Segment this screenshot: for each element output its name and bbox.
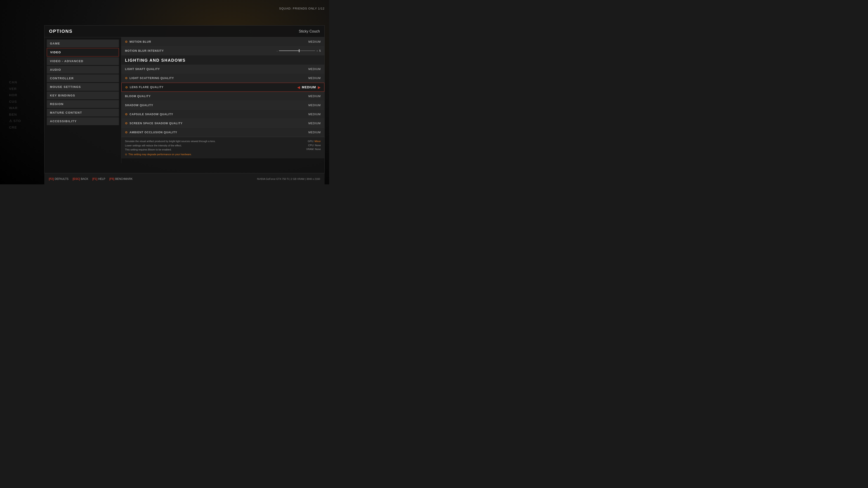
slider-plus: +	[316, 50, 318, 52]
ambient-occlusion-quality-label: AMBIENT OCCLUSION QUALITY	[129, 131, 177, 134]
light-shaft-quality-label: LIGHT SHAFT QUALITY	[125, 68, 160, 71]
slider-value: 5	[319, 49, 321, 53]
panel-header: OPTIONS Sticky Couch	[44, 26, 324, 37]
cpu-row: CPU: None	[306, 143, 321, 148]
setting-bloom-quality[interactable]: BLOOM QUALITY MEDIUM	[121, 92, 324, 101]
info-icon-light-scattering: ⊙	[125, 76, 128, 80]
motion-blur-value: MEDIUM	[308, 40, 321, 43]
slider-track[interactable]	[279, 51, 315, 51]
light-scattering-quality-value: MEDIUM	[308, 76, 321, 80]
screen-space-shadow-quality-label: SCREEN SPACE SHADOW QUALITY	[129, 122, 183, 125]
capsule-shadow-quality-value: MEDIUM	[308, 113, 321, 116]
warning-icon: ⊙	[125, 153, 127, 156]
gpu-label: GPU:	[308, 140, 315, 142]
sidebar: GAME VIDEO VIDEO - ADVANCED AUDIO CONTRO…	[44, 37, 121, 163]
sidebar-item-controller[interactable]: CONTROLLER	[47, 74, 119, 82]
setting-capsule-shadow-quality[interactable]: ⊙ CAPSULE SHADOW QUALITY MEDIUM	[121, 110, 324, 119]
info-icon-screen-space-shadow: ⊙	[125, 122, 128, 125]
motion-blur-intensity-label: MOTION BLUR INTENSITY	[125, 49, 164, 53]
key-benchmark-label: BENCHMARK	[115, 177, 133, 181]
info-icon-lens-flare: ⊙	[125, 86, 128, 89]
key-help[interactable]: [F1] HELP	[92, 177, 105, 181]
lens-flare-arrow-right[interactable]: ▶	[318, 85, 320, 90]
sidebar-item-game[interactable]: GAME	[47, 39, 119, 47]
key-f5: [F5]	[110, 177, 114, 181]
vram-row: VRAM: None	[306, 147, 321, 151]
motion-blur-label: MOTION BLUR	[129, 40, 151, 43]
key-back-label: BACK	[81, 177, 88, 181]
bottom-bar: [F2] DEFAULTS [ESC] BACK [F1] HELP [F5] …	[44, 173, 324, 184]
key-back[interactable]: [ESC] BACK	[72, 177, 88, 181]
slider-thumb	[299, 49, 300, 52]
desc-line-2: Lower settings will reduce the intensity…	[125, 144, 321, 148]
key-f2: [F2]	[49, 177, 54, 181]
key-help-label: HELP	[98, 177, 105, 181]
sidebar-item-mouse-settings[interactable]: MOUSE SETTINGS	[47, 83, 119, 91]
background-text: CAN VER HOR CUS WAR BEN ⚠ STO CRE	[9, 79, 21, 131]
sidebar-item-key-bindings[interactable]: KEY BINDINGS	[47, 92, 119, 99]
key-esc: [ESC]	[72, 177, 80, 181]
key-bindings: [F2] DEFAULTS [ESC] BACK [F1] HELP [F5] …	[49, 177, 133, 181]
lens-flare-arrow-left[interactable]: ◀	[297, 85, 300, 90]
vram-label: VRAM:	[306, 148, 315, 151]
gpu-row: GPU: Minor	[306, 139, 321, 143]
lens-flare-quality-value: MEDIUM	[302, 86, 316, 89]
bloom-quality-label: BLOOM QUALITY	[125, 95, 151, 98]
info-icon-motion-blur: ⊙	[125, 40, 128, 43]
setting-light-scattering-quality[interactable]: ⊙ LIGHT SCATTERING QUALITY MEDIUM	[121, 74, 324, 83]
setting-motion-blur-intensity[interactable]: MOTION BLUR INTENSITY - + 5	[121, 46, 324, 55]
lens-flare-value-control[interactable]: ◀ MEDIUM ▶	[297, 85, 320, 90]
slider-container[interactable]: - + 5	[277, 49, 321, 53]
panel-body: GAME VIDEO VIDEO - ADVANCED AUDIO CONTRO…	[44, 37, 324, 163]
setting-screen-space-shadow-quality[interactable]: ⊙ SCREEN SPACE SHADOW QUALITY MEDIUM	[121, 119, 324, 128]
key-defaults[interactable]: [F2] DEFAULTS	[49, 177, 68, 181]
slider-fill	[279, 51, 299, 51]
setting-motion-blur[interactable]: ⊙ MOTION BLUR MEDIUM	[121, 37, 324, 46]
sidebar-item-video-advanced[interactable]: VIDEO - ADVANCED	[47, 57, 119, 65]
shadow-quality-label: SHADOW QUALITY	[125, 104, 153, 107]
key-defaults-label: DEFAULTS	[55, 177, 68, 181]
panel-subtitle: Sticky Couch	[299, 29, 320, 33]
info-icon-capsule-shadow: ⊙	[125, 112, 128, 116]
key-benchmark[interactable]: [F5] BENCHMARK	[110, 177, 133, 181]
setting-light-shaft-quality[interactable]: LIGHT SHAFT QUALITY MEDIUM	[121, 65, 324, 74]
shadow-quality-value: MEDIUM	[308, 104, 321, 107]
ambient-occlusion-quality-value: MEDIUM	[308, 131, 321, 134]
setting-shadow-quality[interactable]: SHADOW QUALITY MEDIUM	[121, 101, 324, 110]
squad-info: SQUAD: FRIENDS ONLY 1/12	[279, 7, 324, 10]
gpu-info: GPU: Minor CPU: None VRAM: None	[306, 139, 321, 151]
light-scattering-quality-label: LIGHT SCATTERING QUALITY	[129, 76, 174, 80]
sys-info: NVIDIA GeForce GTX 750 Ti | 2 GB VRAM | …	[257, 177, 320, 180]
sidebar-item-region[interactable]: REGION	[47, 100, 119, 108]
vram-value: None	[315, 148, 321, 151]
desc-line-3: This setting requires Bloom to be enable…	[125, 148, 321, 152]
lens-flare-quality-label: LENS FLARE QUALITY	[130, 86, 163, 89]
key-f1: [F1]	[92, 177, 97, 181]
content-area[interactable]: ⊙ MOTION BLUR MEDIUM MOTION BLUR INTENSI…	[121, 37, 324, 163]
description-area: GPU: Minor CPU: None VRAM: None Simulate…	[121, 137, 324, 158]
sidebar-item-mature-content[interactable]: MATURE CONTENT	[47, 109, 119, 117]
info-icon-ambient-occlusion: ⊙	[125, 131, 128, 134]
screen-space-shadow-quality-value: MEDIUM	[308, 122, 321, 125]
panel-title: OPTIONS	[49, 29, 72, 34]
slider-minus: -	[277, 50, 278, 52]
desc-line-1: Simulate the visual artifact produced by…	[125, 139, 321, 143]
desc-warning: ⊙ This setting may degrade performance o…	[125, 153, 321, 156]
capsule-shadow-quality-label: CAPSULE SHADOW QUALITY	[129, 113, 173, 116]
cpu-value: None	[315, 144, 321, 147]
warning-text: This setting may degrade performance on …	[128, 153, 192, 156]
setting-ambient-occlusion-quality[interactable]: ⊙ AMBIENT OCCLUSION QUALITY MEDIUM	[121, 128, 324, 137]
bloom-quality-value: MEDIUM	[308, 95, 321, 98]
sidebar-item-accessibility[interactable]: ACCESSIBILITY	[47, 117, 119, 125]
setting-lens-flare-quality[interactable]: ⊙ LENS FLARE QUALITY ◀ MEDIUM ▶	[121, 83, 324, 92]
light-shaft-quality-value: MEDIUM	[308, 68, 321, 71]
options-panel: OPTIONS Sticky Couch GAME VIDEO VIDEO - …	[44, 25, 324, 175]
sidebar-item-audio[interactable]: AUDIO	[47, 66, 119, 74]
cpu-label: CPU:	[308, 144, 315, 147]
section-lighting-shadows: LIGHTING AND SHADOWS	[121, 55, 324, 65]
gpu-value: Minor	[314, 140, 321, 142]
sidebar-item-video[interactable]: VIDEO	[47, 48, 119, 57]
